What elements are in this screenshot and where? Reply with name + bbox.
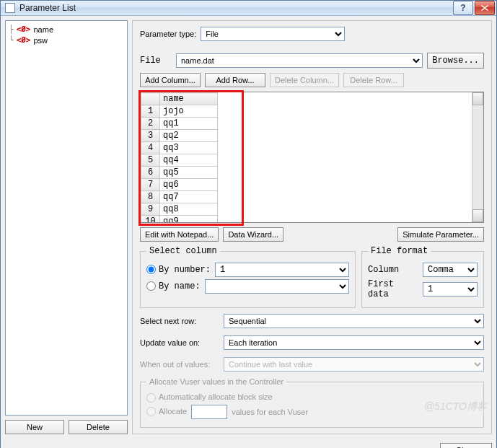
row-number[interactable]: 7	[141, 179, 160, 191]
browse-button[interactable]: Browse...	[427, 53, 484, 69]
table-row[interactable]: 3qq2	[141, 130, 218, 142]
data-table-container: name 1jojo2qq13qq24qq35qq46qq57qq68qq79q…	[140, 92, 484, 223]
tree-item-label: psw	[34, 36, 48, 45]
allocate-count-input	[191, 405, 227, 419]
auto-allocate-radio-label: Automatically allocate block size	[146, 392, 273, 403]
row-number[interactable]: 4	[141, 142, 160, 154]
file-label: File	[140, 56, 172, 66]
param-tag-icon: <Ø>	[17, 25, 31, 34]
cell-name[interactable]: qq5	[160, 167, 218, 179]
row-number[interactable]: 8	[141, 191, 160, 203]
parameter-list-dialog: Parameter List ? ├ <Ø> name └ <Ø> psw	[0, 0, 497, 448]
row-number[interactable]: 2	[141, 118, 160, 130]
close-window-button[interactable]	[475, 1, 495, 15]
vertical-scrollbar[interactable]	[472, 92, 483, 222]
table-row[interactable]: 6qq5	[141, 167, 218, 179]
by-name-select[interactable]	[205, 279, 349, 294]
titlebar: Parameter List ?	[1, 1, 496, 16]
delete-button[interactable]: Delete	[69, 420, 128, 434]
cell-name[interactable]: qq2	[160, 130, 218, 142]
table-row[interactable]: 4qq3	[141, 142, 218, 154]
tree-item-psw[interactable]: └ <Ø> psw	[7, 35, 126, 45]
delete-column-button: Delete Column...	[270, 73, 339, 87]
cell-name[interactable]: qq1	[160, 118, 218, 130]
table-row[interactable]: 5qq4	[141, 154, 218, 167]
window-title: Parameter List	[19, 3, 449, 13]
table-row[interactable]: 2qq1	[141, 118, 218, 130]
dialog-close-button[interactable]: Close	[440, 443, 492, 448]
new-button[interactable]: New	[5, 420, 64, 434]
row-number[interactable]: 10	[141, 216, 160, 223]
cell-name[interactable]: qq8	[160, 203, 218, 216]
table-row[interactable]: 8qq7	[141, 191, 218, 203]
auto-allocate-radio	[146, 393, 156, 403]
tree-line-icon: └	[9, 35, 14, 45]
app-icon	[5, 3, 15, 13]
param-type-select[interactable]: File	[201, 27, 345, 41]
out-of-values-select: Continue with last value	[224, 357, 484, 372]
by-number-radio-label[interactable]: By number:	[146, 265, 211, 275]
update-value-on-select[interactable]: Each iteration	[224, 335, 484, 350]
first-data-label: First data	[368, 279, 418, 299]
row-number[interactable]: 6	[141, 167, 160, 179]
select-next-row-label: Select next row:	[140, 317, 219, 325]
allocate-vuser-group: Allocate Vuser values in the Controller …	[140, 377, 484, 428]
select-column-legend: Select column	[146, 246, 220, 256]
column-delim-select[interactable]: Comma	[423, 263, 478, 277]
out-of-values-label: When out of values:	[140, 360, 219, 369]
simulate-parameter-button[interactable]: Simulate Parameter...	[397, 227, 484, 242]
data-table[interactable]: name 1jojo2qq13qq24qq35qq46qq57qq68qq79q…	[141, 92, 218, 222]
table-row[interactable]: 9qq8	[141, 203, 218, 216]
first-data-select[interactable]: 1	[423, 282, 478, 297]
file-format-group: File format Column Comma First data 1	[361, 246, 484, 308]
cell-name[interactable]: qq7	[160, 191, 218, 203]
row-number[interactable]: 3	[141, 130, 160, 142]
parameter-tree[interactable]: ├ <Ø> name └ <Ø> psw	[5, 20, 128, 416]
tree-item-label: name	[34, 25, 54, 34]
param-tag-icon: <Ø>	[17, 35, 31, 45]
param-type-label: Parameter type:	[140, 30, 196, 38]
select-column-group: Select column By number: 1 By name:	[140, 246, 356, 308]
by-name-radio-label[interactable]: By name:	[146, 281, 201, 291]
file-format-legend: File format	[368, 246, 431, 256]
cell-name[interactable]: qq9	[160, 216, 218, 223]
cell-name[interactable]: qq4	[160, 154, 218, 167]
table-row[interactable]: 1jojo	[141, 105, 218, 118]
allocate-suffix: values for each Vuser	[232, 408, 308, 416]
file-select[interactable]: name.dat	[176, 53, 423, 68]
add-row-button[interactable]: Add Row...	[205, 73, 265, 87]
help-button[interactable]: ?	[453, 1, 473, 15]
table-corner	[141, 93, 160, 105]
add-column-button[interactable]: Add Column...	[140, 73, 201, 87]
tree-line-icon: ├	[9, 25, 14, 34]
table-row[interactable]: 10qq9	[141, 216, 218, 223]
column-header-name[interactable]: name	[160, 93, 218, 105]
data-wizard-button[interactable]: Data Wizard...	[223, 227, 283, 242]
select-next-row-select[interactable]: Sequential	[224, 314, 484, 328]
by-name-radio[interactable]	[146, 281, 156, 291]
row-number[interactable]: 9	[141, 203, 160, 216]
column-delim-label: Column	[368, 265, 418, 275]
by-number-select[interactable]: 1	[215, 263, 349, 277]
row-number[interactable]: 1	[141, 105, 160, 118]
by-number-radio[interactable]	[146, 265, 156, 274]
row-number[interactable]: 5	[141, 154, 160, 167]
cell-name[interactable]: jojo	[160, 105, 218, 118]
table-row[interactable]: 7qq6	[141, 179, 218, 191]
update-value-on-label: Update value on:	[140, 338, 219, 347]
allocate-legend: Allocate Vuser values in the Controller	[146, 377, 286, 386]
cell-name[interactable]: qq3	[160, 142, 218, 154]
allocate-radio	[146, 407, 156, 416]
cell-name[interactable]: qq6	[160, 179, 218, 191]
edit-notepad-button[interactable]: Edit with Notepad...	[140, 227, 219, 242]
allocate-radio-label: Allocate	[146, 407, 187, 417]
delete-row-button: Delete Row...	[343, 73, 404, 87]
tree-item-name[interactable]: ├ <Ø> name	[7, 24, 126, 35]
